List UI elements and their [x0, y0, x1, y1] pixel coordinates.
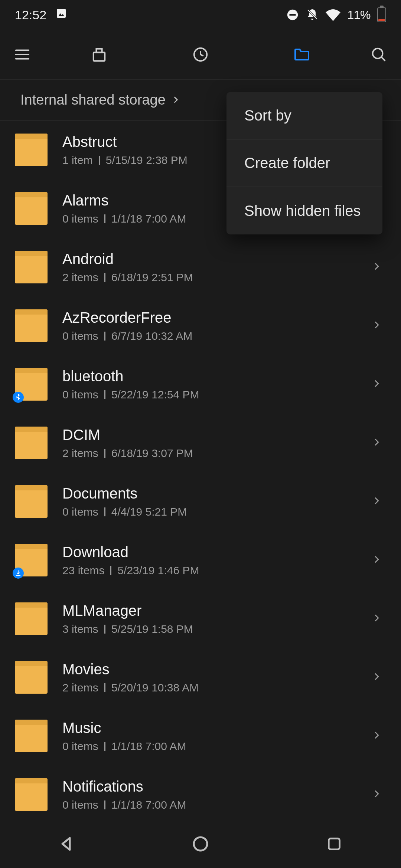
- folder-name: Documents: [62, 485, 356, 502]
- tab-storage[interactable]: [88, 43, 110, 66]
- folder-icon: [15, 661, 48, 694]
- system-nav-bar: [0, 820, 401, 868]
- svg-point-12: [373, 49, 383, 59]
- tab-folders[interactable]: [291, 43, 313, 66]
- chevron-right-icon: [371, 320, 386, 332]
- folder-name: Android: [62, 251, 356, 267]
- folder-date: 6/18/19 3:07 PM: [111, 447, 193, 460]
- folder-count: 23 items: [62, 564, 104, 577]
- folder-icon: [15, 485, 48, 518]
- separator: [104, 800, 105, 809]
- chevron-right-icon: [371, 437, 386, 449]
- picture-icon: [55, 7, 67, 22]
- dnd-icon: [286, 9, 299, 21]
- svg-line-13: [381, 57, 385, 61]
- folder-icon: [15, 544, 48, 576]
- folder-icon: [15, 134, 48, 166]
- folder-meta: 0 items6/7/19 10:32 AM: [62, 330, 356, 342]
- svg-rect-0: [57, 9, 66, 18]
- nav-recents-button[interactable]: [321, 831, 347, 857]
- folder-count: 1 item: [62, 154, 93, 167]
- separator: [104, 742, 105, 751]
- folder-icon: [15, 720, 48, 752]
- chevron-right-icon: [371, 554, 386, 566]
- folder-count: 2 items: [62, 681, 98, 694]
- menu-button[interactable]: [11, 43, 33, 66]
- svg-rect-9: [93, 52, 105, 61]
- folder-date: 5/20/19 10:38 AM: [111, 681, 199, 694]
- chevron-right-icon: [371, 671, 386, 683]
- folder-date: 6/18/19 2:51 PM: [111, 271, 193, 284]
- folder-count: 2 items: [62, 271, 98, 284]
- separator: [104, 332, 105, 341]
- folder-date: 6/7/19 10:32 AM: [111, 330, 193, 342]
- folder-icon: [15, 427, 48, 459]
- folder-icon: [15, 192, 48, 225]
- menu-item-label: Create folder: [244, 155, 330, 171]
- folder-icon: [15, 778, 48, 811]
- folder-meta: 23 items5/23/19 1:46 PM: [62, 564, 356, 577]
- folder-meta: 2 items6/18/19 3:07 PM: [62, 447, 356, 460]
- menu-item-label: Show hidden files: [244, 203, 361, 219]
- separator: [99, 156, 100, 165]
- folder-row[interactable]: Notifications0 items1/1/18 7:00 AM: [0, 765, 401, 824]
- separator: [104, 449, 105, 458]
- folder-date: 5/15/19 2:38 PM: [106, 154, 188, 167]
- folder-date: 4/4/19 5:21 PM: [111, 506, 187, 518]
- folder-count: 2 items: [62, 447, 98, 460]
- folder-name: Download: [62, 544, 356, 560]
- folder-meta: 0 items5/22/19 12:54 PM: [62, 388, 356, 401]
- search-button[interactable]: [368, 43, 390, 66]
- folder-row[interactable]: Download23 items5/23/19 1:46 PM: [0, 531, 401, 589]
- folder-row[interactable]: Documents0 items4/4/19 5:21 PM: [0, 472, 401, 531]
- separator: [104, 507, 105, 516]
- folder-icon: [15, 251, 48, 283]
- folder-date: 5/23/19 1:46 PM: [117, 564, 199, 577]
- folder-count: 0 items: [62, 799, 98, 811]
- wifi-icon: [326, 9, 340, 21]
- folder-row[interactable]: DCIM2 items6/18/19 3:07 PM: [0, 414, 401, 472]
- folder-row[interactable]: AzRecorderFree0 items6/7/19 10:32 AM: [0, 296, 401, 355]
- folder-row[interactable]: bluetooth0 items5/22/19 12:54 PM: [0, 355, 401, 414]
- menu-create-folder[interactable]: Create folder: [226, 139, 382, 187]
- folder-count: 0 items: [62, 506, 98, 518]
- folder-date: 5/25/19 1:58 PM: [111, 623, 193, 635]
- nav-back-button[interactable]: [54, 831, 80, 857]
- chevron-right-icon: [371, 613, 386, 625]
- folder-date: 1/1/18 7:00 AM: [111, 740, 186, 753]
- bluetooth-badge-icon: [13, 392, 24, 403]
- separator: [104, 214, 105, 223]
- svg-rect-10: [96, 49, 102, 53]
- folder-count: 0 items: [62, 330, 98, 342]
- folder-name: DCIM: [62, 427, 356, 443]
- folder-icon: [15, 309, 48, 342]
- app-bar: [0, 30, 401, 80]
- folder-row[interactable]: Android2 items6/18/19 2:51 PM: [0, 238, 401, 296]
- svg-rect-16: [329, 838, 339, 849]
- folder-row[interactable]: Movies2 items5/20/19 10:38 AM: [0, 648, 401, 707]
- status-time: 12:52: [15, 8, 46, 22]
- folder-meta: 0 items1/1/18 7:00 AM: [62, 740, 356, 753]
- menu-item-label: Sort by: [244, 107, 291, 124]
- folder-meta: 0 items1/1/18 7:00 AM: [62, 799, 356, 811]
- folder-name: MLManager: [62, 602, 356, 619]
- tab-recent[interactable]: [189, 43, 212, 66]
- folder-meta: 2 items6/18/19 2:51 PM: [62, 271, 356, 284]
- folder-row[interactable]: Music0 items1/1/18 7:00 AM: [0, 707, 401, 765]
- folder-count: 3 items: [62, 623, 98, 635]
- folder-count: 0 items: [62, 740, 98, 753]
- folder-icon: [15, 368, 48, 401]
- menu-sort-by[interactable]: Sort by: [226, 92, 382, 139]
- context-menu: Sort by Create folder Show hidden files: [226, 92, 382, 234]
- chevron-right-icon: [371, 789, 386, 800]
- folder-meta: 3 items5/25/19 1:58 PM: [62, 623, 356, 635]
- nav-home-button[interactable]: [188, 831, 213, 857]
- status-bar: 12:52 11%: [0, 0, 401, 30]
- folder-date: 1/1/18 7:00 AM: [111, 213, 186, 225]
- folder-name: bluetooth: [62, 368, 356, 385]
- folder-meta: 0 items4/4/19 5:21 PM: [62, 506, 356, 518]
- folder-count: 0 items: [62, 213, 98, 225]
- menu-show-hidden[interactable]: Show hidden files: [226, 187, 382, 234]
- svg-marker-14: [62, 838, 70, 850]
- folder-row[interactable]: MLManager3 items5/25/19 1:58 PM: [0, 589, 401, 648]
